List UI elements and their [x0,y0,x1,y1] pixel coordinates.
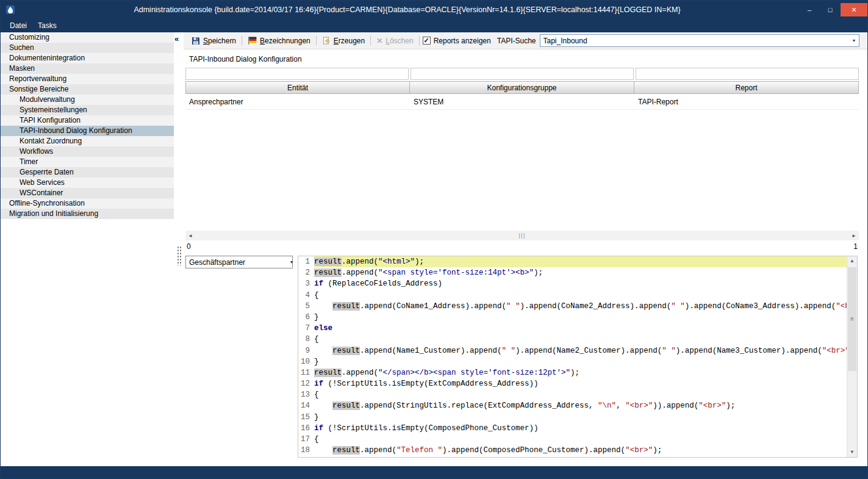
loeschen-button[interactable]: ✕ Löschen [374,35,415,46]
sidebar-item-gesperrte-daten[interactable]: Gesperrte Daten [1,167,174,178]
menubar: DateiTasks [1,19,867,32]
line-number: 3 [298,278,314,289]
code-text: } [314,312,847,323]
line-number: 16 [298,423,314,434]
sidebar-item-systemeinstellungen[interactable]: Systemeinstellungen [1,105,174,115]
sidebar-item-kontakt-zuordnung[interactable]: Kontakt Zuordnung [1,136,174,146]
speichern-button[interactable]: Speichern [189,35,239,46]
scroll-left-icon[interactable]: ◄ [185,233,195,239]
erzeugen-button[interactable]: Erzeugen [320,35,367,46]
line-number: 8 [298,334,314,345]
scrollbar-grip-icon[interactable]: ||| [518,232,526,239]
chevron-down-icon[interactable]: ▼ [287,260,296,264]
collapse-sidebar-icon[interactable]: « [174,34,179,43]
menu-item-datei[interactable]: Datei [4,19,32,32]
code-line-4[interactable]: 4{ [298,290,847,301]
code-line-18[interactable]: 18 result.append("Telefon ").append(Comp… [298,445,847,456]
maximize-button[interactable]: □ [820,3,841,16]
sidebar-item-tapi-konfiguration[interactable]: TAPI Konfiguration [1,115,174,126]
line-number: 4 [298,290,314,301]
panel-splitter-handle[interactable] [177,246,182,265]
scroll-up-icon[interactable]: ▲ [847,256,857,266]
sidebar-item-reportverwaltung[interactable]: Reportverwaltung [1,74,174,84]
code-line-12[interactable]: 12if (!ScriptUtils.isEmpty(ExtCompAddres… [298,378,847,389]
code-lines: 1result.append("<html>");2result.append(… [298,256,847,457]
sidebar-item-wscontainer[interactable]: WSContainer [1,188,174,198]
bezeichnungen-button[interactable]: Bezeichnungen [245,35,313,46]
flag-icon [248,37,257,45]
code-line-1[interactable]: 1result.append("<html>"); [298,256,847,267]
code-line-6[interactable]: 6} [298,312,847,323]
toolbar-separator [242,36,242,46]
code-text: result.append("Telefon ").append(Compose… [314,445,847,456]
sidebar-item-sonstige-bereiche[interactable]: Sonstige Bereiche [1,84,174,95]
sidebar-item-dokumentenintegration[interactable]: Dokumentenintegration [1,53,174,63]
code-line-10[interactable]: 10} [298,356,847,367]
sidebar-item-suchen[interactable]: Suchen [1,43,174,53]
table-cell: SYSTEM [410,94,634,110]
column-header-konfigurationsgruppe[interactable]: Konfigurationsgruppe [410,81,634,94]
close-button[interactable]: ✕ [841,3,867,16]
scroll-down-icon[interactable]: ▼ [847,447,857,457]
horizontal-scrollbar[interactable]: ◄ ||| ► [185,231,859,240]
code-line-14[interactable]: 14 result.append(StringUtils.replace(Ext… [298,400,847,411]
code-line-15[interactable]: 15} [298,412,847,423]
scrollbar-thumb[interactable]: ≡ [848,267,856,371]
check-icon: ✓ [424,37,429,44]
menu-item-tasks[interactable]: Tasks [32,19,62,32]
sidebar-item-web-services[interactable]: Web Services [1,178,174,188]
loeschen-label: Löschen [386,37,413,45]
create-icon [322,37,331,45]
sidebar-item-workflows[interactable]: Workflows [1,146,174,157]
code-line-11[interactable]: 11result.append("</span></b><span style=… [298,367,847,378]
titlebar: Administrationskonsole {build.date=2014/… [1,1,867,19]
line-number: 9 [298,345,314,356]
column-header-entitaet[interactable]: Entität [185,81,410,94]
code-line-16[interactable]: 16if (!ScriptUtils.isEmpty(ComposedPhone… [298,423,847,434]
sidebar-item-customizing[interactable]: Customizing [1,32,174,43]
code-text: result.append("<html>"); [314,256,847,267]
line-number: 17 [298,434,314,445]
line-number: 6 [298,312,314,323]
code-line-3[interactable]: 3if (ReplaceCoFields_Address) [298,278,847,289]
tapi-suche-input[interactable] [540,35,849,46]
sidebar-item-timer[interactable]: Timer [1,157,174,167]
scroll-right-icon[interactable]: ► [849,233,859,239]
code-line-7[interactable]: 7else [298,323,847,334]
tapi-suche-label: TAPI-Suche [497,37,536,45]
line-number: 2 [298,267,314,278]
code-line-2[interactable]: 2result.append("<span style='font-size:1… [298,267,847,278]
line-number: 7 [298,323,314,334]
minimize-button[interactable]: – [799,3,820,16]
tapi-suche-combobox[interactable]: ▼ [540,34,859,47]
reports-checkbox[interactable]: ✓ [423,37,431,45]
sidebar-item-tapi-inbound-dialog-konfiguration[interactable]: TAPI-Inbound Dialog Konfiguration [1,126,174,136]
chevron-down-icon[interactable]: ▼ [849,38,859,43]
code-text: { [314,334,847,345]
code-line-5[interactable]: 5 result.append(CoName1_Address).append(… [298,301,847,312]
sidebar-item-offline-synchronisation[interactable]: Offline-Synchronisation [1,198,174,209]
code-line-8[interactable]: 8{ [298,334,847,345]
sidebar-item-masken[interactable]: Masken [1,63,174,74]
column-header-report[interactable]: Report [634,81,859,94]
entity-combobox[interactable]: ▼ [185,256,293,268]
line-number: 13 [298,389,314,400]
sidebar-item-migration-und-initialisierung[interactable]: Migration und Initialisierung [1,209,174,219]
script-editor[interactable]: 1result.append("<html>");2result.append(… [298,256,858,458]
line-number: 14 [298,400,314,411]
line-number: 18 [298,445,314,456]
entity-input[interactable] [186,257,287,267]
table-cell: Ansprechpartner [185,94,410,110]
code-line-9[interactable]: 9 result.append(Name1_Customer).append("… [298,345,847,356]
table-row[interactable]: AnsprechpartnerSYSTEMTAPI-Report [185,94,859,110]
filter-input-1[interactable] [185,68,409,80]
bezeichnungen-label: Bezeichnungen [260,37,310,45]
vertical-scrollbar[interactable]: ▲ ≡ ▼ [847,256,857,457]
filter-input-2[interactable] [411,68,634,80]
code-line-17[interactable]: 17{ [298,434,847,445]
app-icon [5,5,15,15]
sidebar-item-modulverwaltung[interactable]: Modulverwaltung [1,95,174,105]
code-line-13[interactable]: 13{ [298,389,847,400]
code-text: result.append(StringUtils.replace(ExtCom… [314,400,847,411]
filter-input-3[interactable] [636,68,859,80]
